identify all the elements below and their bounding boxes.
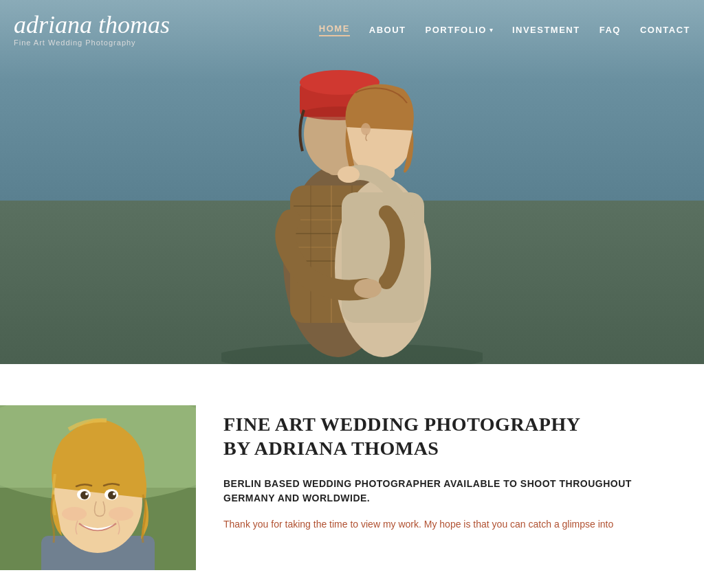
main-content-section: FINE ART WEDDING PHOTOGRAPHY BY ADRIANA …	[0, 364, 704, 588]
content-area: FINE ART WEDDING PHOTOGRAPHY BY ADRIANA …	[223, 405, 676, 570]
svg-point-40	[109, 507, 133, 521]
main-title: FINE ART WEDDING PHOTOGRAPHY BY ADRIANA …	[223, 412, 676, 460]
logo[interactable]: adriana thomas Fine Art Wedding Photogra…	[14, 12, 170, 47]
nav-home[interactable]: HOME	[319, 23, 350, 36]
nav-investment[interactable]: INVESTMENT	[512, 25, 580, 35]
nav-contact[interactable]: CONTACT	[640, 25, 690, 35]
nav-about[interactable]: ABOUT	[369, 25, 406, 35]
svg-point-38	[113, 493, 116, 495]
description-text: Thank you for taking the time to view my…	[223, 517, 676, 533]
logo-tagline: Fine Art Wedding Photography	[14, 38, 170, 47]
svg-point-24	[354, 279, 382, 298]
svg-point-25	[338, 166, 360, 183]
profile-photo-image	[0, 405, 196, 570]
main-nav: HOME ABOUT PORTFOLIO ▾ INVESTMENT FAQ CO…	[319, 23, 690, 36]
nav-portfolio-wrapper: PORTFOLIO ▾	[426, 25, 493, 35]
site-header: adriana thomas Fine Art Wedding Photogra…	[0, 0, 704, 59]
svg-point-39	[62, 507, 87, 521]
couple-illustration	[221, 21, 483, 364]
nav-faq[interactable]: FAQ	[600, 25, 621, 35]
svg-point-23	[361, 123, 371, 135]
portfolio-chevron-icon: ▾	[490, 26, 493, 34]
nav-portfolio[interactable]: PORTFOLIO	[426, 25, 487, 35]
svg-point-35	[80, 491, 89, 499]
svg-point-37	[85, 493, 88, 495]
svg-point-36	[108, 491, 116, 499]
logo-name: adriana thomas	[14, 12, 170, 37]
profile-photo-container	[0, 405, 196, 570]
subtitle-text: BERLIN BASED WEDDING PHOTOGRAPHER AVAILA…	[223, 477, 676, 506]
